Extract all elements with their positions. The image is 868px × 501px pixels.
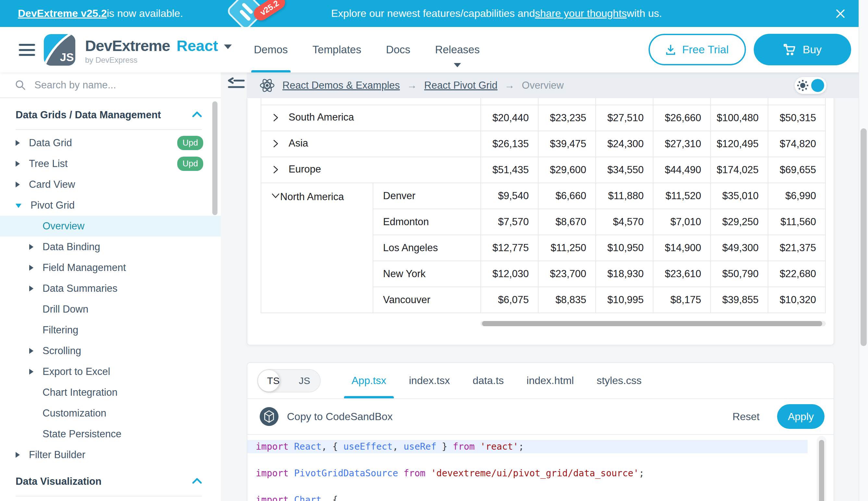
expand-row-icon[interactable] [271,165,280,177]
breadcrumb-item-react-pivot-grid[interactable]: React Pivot Grid [424,79,498,91]
pivot-value-cell: $10,320 [768,287,825,313]
code-scrollbar[interactable] [817,436,826,501]
tab-styles-css[interactable]: styles.css [585,363,653,398]
collapsed-arrow-icon[interactable] [29,265,33,271]
code-token [288,468,294,479]
sidebar-item-filter-builder[interactable]: Filter Builder [0,445,221,465]
buy-button[interactable]: Buy [754,34,851,65]
nav-item-demos[interactable]: Demos [254,27,288,73]
reset-button[interactable]: Reset [732,411,760,423]
hamburger-menu-icon[interactable] [19,44,35,56]
sidebar-item-label: Field Management [43,262,221,274]
code-line-1[interactable]: import React, { useEffect, useRef } from… [248,440,807,453]
sidebar-item-tree-list[interactable]: Tree ListUpd [0,153,221,174]
expanded-arrow-icon[interactable] [15,204,21,208]
code-token [288,494,294,501]
nav-item-releases[interactable]: Releases [435,27,480,73]
chevron-up-icon[interactable] [192,478,202,485]
collapsed-arrow-icon[interactable] [29,348,33,354]
pivot-row-header[interactable]: Asia [261,131,481,157]
expand-row-icon[interactable] [271,113,280,125]
code-editor[interactable]: import React, { useEffect, useRef } from… [248,435,816,501]
collapse-sidebar-icon[interactable] [227,77,245,90]
code-token: Chart [294,494,321,501]
framework-name: React [177,37,218,55]
sidebar-section-title: Data Visualization [15,476,192,487]
tab-data-ts[interactable]: data.ts [461,363,515,398]
code-line-4[interactable] [248,480,816,493]
code-line-2[interactable] [248,453,816,467]
pivot-row-header[interactable]: South America [261,105,481,131]
sidebar-item-pivot-grid[interactable]: Pivot Grid [0,195,221,216]
search-input[interactable] [34,79,204,91]
expand-row-icon[interactable] [271,139,280,151]
sidebar-scrollbar-thumb[interactable] [212,102,218,215]
nav-item-docs[interactable]: Docs [386,27,410,73]
pivot-group-header-north-america[interactable]: North America [261,183,373,313]
lang-option-ts[interactable]: TS [258,375,289,386]
sidebar-item-chart-integration[interactable]: Chart Integration [0,382,221,403]
pivot-city-cell[interactable]: Vancouver [373,287,481,313]
pivot-value-cell: $12,030 [481,261,538,287]
tab-index-html[interactable]: index.html [515,363,585,398]
sidebar-section-header[interactable]: Data Visualization [0,465,221,487]
collapse-row-icon[interactable] [271,191,280,202]
pivot-row-header[interactable]: Europe [261,157,481,183]
banner-version-link[interactable]: DevExtreme v25.2 [18,8,107,20]
sidebar-item-data-binding[interactable]: Data Binding [0,236,221,257]
free-trial-button[interactable]: Free Trial [649,34,746,65]
sidebar-item-card-view[interactable]: Card View [0,174,221,195]
chevron-up-icon[interactable] [192,111,202,119]
collapsed-arrow-icon[interactable] [15,161,20,167]
sidebar-item-overview[interactable]: Overview [0,216,221,236]
tab-app-tsx[interactable]: App.tsx [340,363,398,398]
pivot-value-cell: $49,300 [711,235,768,261]
pivot-city-cell[interactable]: Los Angeles [373,235,481,261]
code-line-3[interactable]: import PivotGridDataSource from 'devextr… [248,467,816,480]
collapsed-arrow-icon[interactable] [29,369,33,375]
share-your-thoughts-link[interactable]: share your thoughts [535,8,627,20]
collapsed-arrow-icon[interactable] [15,182,20,188]
apply-button[interactable]: Apply [777,404,824,429]
breadcrumb-item-react-demos-examples[interactable]: React Demos & Examples [283,79,400,91]
pivot-value-cell: $11,560 [768,209,825,235]
collapsed-arrow-icon[interactable] [29,244,33,250]
lang-option-js[interactable]: JS [289,375,320,386]
page-scrollbar[interactable] [859,0,868,501]
sidebar-item-data-summaries[interactable]: Data Summaries [0,278,221,299]
sidebar-item-state-persistence[interactable]: State Persistence [0,424,221,445]
pivot-value-cell: $26,660 [653,105,711,131]
copy-to-codesandbox-button[interactable]: Copy to CodeSandBox [260,407,393,426]
theme-toggle-knob[interactable] [811,79,824,92]
nav-item-label: Templates [312,44,361,56]
code-scrollbar-thumb[interactable] [819,440,824,501]
sidebar-item-scrolling[interactable]: Scrolling [0,341,221,361]
sidebar-item-filtering[interactable]: Filtering [0,320,221,341]
pivot-horizontal-scrollbar[interactable] [481,321,826,326]
sidebar-item-field-management[interactable]: Field Management [0,257,221,278]
theme-toggle[interactable] [795,77,826,94]
collapsed-arrow-icon[interactable] [15,140,20,146]
code-line-5[interactable]: import Chart, { [248,493,816,501]
sidebar-item-drill-down[interactable]: Drill Down [0,299,221,320]
sidebar-item-export-to-excel[interactable]: Export to Excel [0,361,221,382]
banner-close-icon[interactable] [833,6,848,21]
sidebar-item-customization[interactable]: Customization [0,403,221,424]
tab-index-tsx[interactable]: index.tsx [398,363,461,398]
page-scrollbar-thumb[interactable] [860,128,867,346]
pivot-city-cell[interactable]: Edmonton [373,209,481,235]
sidebar-section-header[interactable]: Data Grids / Data Management [0,99,221,121]
collapsed-arrow-icon[interactable] [15,452,20,458]
chevron-down-icon[interactable] [224,44,232,49]
devextreme-js-logo[interactable]: JS [44,34,75,66]
nav-item-templates[interactable]: Templates [312,27,361,73]
sidebar-item-data-grid[interactable]: Data GridUpd [0,132,221,153]
language-toggle[interactable]: TSJS [257,369,321,393]
collapsed-arrow-icon[interactable] [29,286,33,291]
pivot-city-cell[interactable]: Denver [373,183,481,209]
pivot-value-cell: $6,075 [481,287,538,313]
pivot-horizontal-scrollbar-thumb[interactable] [482,321,822,326]
pivot-city-cell[interactable]: New York [373,261,481,287]
pivot-value-cell: $11,880 [596,183,653,209]
brand-block[interactable]: DevExtreme React by DevExpress [85,37,232,65]
